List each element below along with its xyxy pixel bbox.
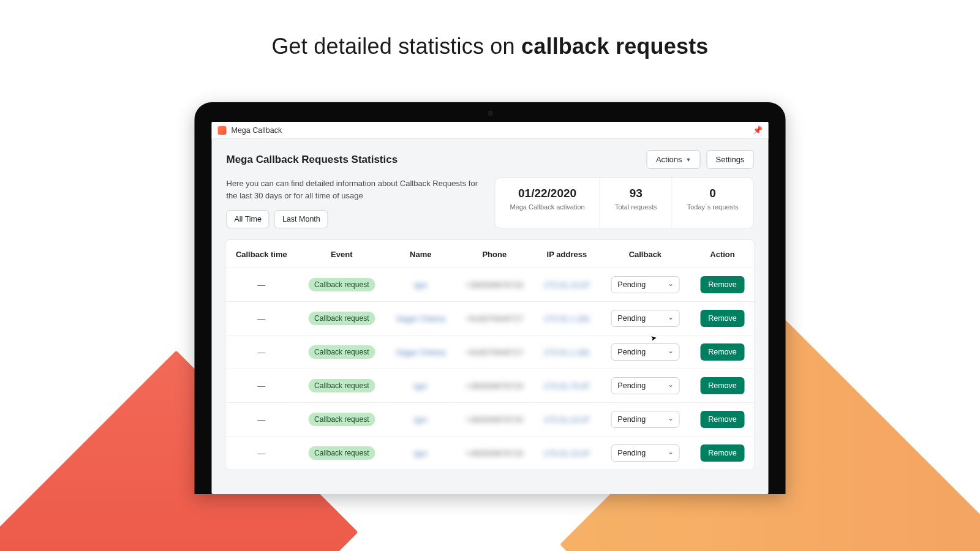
cell-action: Remove — [691, 403, 755, 437]
table-row: —Callback requestIgor+380509876720173.31… — [226, 268, 755, 302]
cell-callback: Pending — [600, 369, 690, 403]
table-row: —Callback requestSagar Chetna+9180758497… — [226, 302, 755, 335]
settings-label: Settings — [716, 155, 745, 164]
cell-name: Sagar Chetna — [386, 335, 455, 369]
cell-phone: +918075849727 — [455, 302, 533, 335]
cell-event: Callback request — [297, 302, 386, 335]
cell-name: Sagar Chetna — [386, 302, 455, 335]
cell-callback: Pending — [600, 403, 690, 437]
stat-activation-date: 01/22/2020 Mega Callback activation — [495, 178, 599, 228]
cell-action: Remove — [691, 335, 755, 369]
table-row: —Callback requestIgor+380509876720173.31… — [226, 403, 755, 437]
callback-status-select[interactable]: Pending — [611, 343, 679, 361]
camera-dot — [488, 111, 492, 116]
cell-callback: Pending — [600, 335, 690, 369]
remove-button[interactable]: Remove — [700, 411, 745, 428]
cell-name: Igor — [386, 268, 455, 302]
cell-phone: +380509876720 — [455, 268, 533, 302]
cell-event: Callback request — [297, 403, 386, 437]
cell-time: — — [226, 403, 298, 437]
cell-name: Igor — [386, 437, 455, 470]
stat-label: Mega Callback activation — [510, 203, 584, 211]
page-title: Mega Callback Requests Statistics — [227, 154, 398, 166]
cell-time: — — [226, 437, 298, 470]
actions-button[interactable]: Actions ▼ — [647, 150, 701, 169]
col-name: Name — [386, 240, 455, 268]
stat-value: 93 — [615, 187, 657, 200]
event-badge: Callback request — [308, 278, 375, 291]
laptop-mockup: Mega Callback 📌 Mega Callback Requests S… — [195, 102, 786, 494]
cell-action: Remove — [691, 268, 755, 302]
stat-label: Today`s requests — [687, 203, 739, 211]
cell-event: Callback request — [297, 268, 386, 302]
cell-phone: +380509876720 — [455, 369, 533, 403]
settings-button[interactable]: Settings — [707, 150, 754, 169]
callback-status-select[interactable]: Pending — [611, 411, 679, 428]
col-callback-time: Callback time — [226, 240, 298, 268]
col-event: Event — [297, 240, 386, 268]
cell-ip: 173.31.13.47 — [534, 268, 600, 302]
cell-time: — — [226, 335, 298, 369]
table-row: —Callback requestIgor+380509876720173.31… — [226, 437, 755, 470]
time-filter-group: All Time Last Month — [227, 210, 328, 228]
app-screen: Mega Callback 📌 Mega Callback Requests S… — [212, 122, 769, 494]
remove-button[interactable]: Remove — [700, 276, 745, 293]
cell-action: Remove — [691, 369, 755, 403]
table-row: —Callback requestIgor+380509876720173.31… — [226, 369, 755, 403]
page-description: Here you can can find detailed informati… — [227, 178, 483, 201]
page-header: Mega Callback Requests Statistics Action… — [212, 139, 769, 178]
browser-tabbar: Mega Callback 📌 — [212, 122, 769, 139]
hero-strong: callback requests — [521, 34, 709, 59]
col-ip: IP address — [534, 240, 600, 268]
cell-phone: +380509876720 — [455, 437, 533, 470]
event-badge: Callback request — [308, 413, 375, 426]
app-icon — [218, 126, 227, 135]
cell-name: Igor — [386, 369, 455, 403]
chevron-down-icon: ▼ — [686, 157, 692, 163]
hero-prefix: Get detailed statistics on — [271, 34, 521, 59]
cell-time: — — [226, 369, 298, 403]
stat-value: 0 — [687, 187, 739, 200]
cell-action: Remove — [691, 302, 755, 335]
requests-table: Callback time Event Name Phone IP addres… — [226, 240, 755, 470]
callback-status-select[interactable]: Pending — [611, 444, 679, 462]
stat-total-requests: 93 Total requests — [600, 178, 672, 228]
remove-button[interactable]: Remove — [700, 343, 745, 361]
remove-button[interactable]: Remove — [700, 444, 745, 462]
remove-button[interactable]: Remove — [700, 310, 745, 327]
cell-ip: 173.31.13.47 — [534, 437, 600, 470]
cell-phone: +918075849727 — [455, 335, 533, 369]
remove-button[interactable]: Remove — [700, 377, 745, 394]
cell-ip: 173.31.1.181 — [534, 302, 600, 335]
stats-panel: 01/22/2020 Mega Callback activation 93 T… — [494, 178, 753, 228]
filter-last-month[interactable]: Last Month — [274, 210, 328, 228]
cell-time: — — [226, 302, 298, 335]
actions-label: Actions — [656, 155, 682, 164]
cell-ip: 173.31.13.47 — [534, 403, 600, 437]
cell-event: Callback request — [297, 437, 386, 470]
stat-today-requests: 0 Today`s requests — [672, 178, 753, 228]
hero-heading: Get detailed statistics on callback requ… — [0, 0, 980, 59]
stat-label: Total requests — [615, 203, 657, 211]
col-callback: Callback — [600, 240, 690, 268]
cell-callback: Pending — [600, 268, 690, 302]
cell-callback: Pending — [600, 437, 690, 470]
cell-event: Callback request — [297, 335, 386, 369]
event-badge: Callback request — [308, 312, 375, 325]
cell-action: Remove — [691, 437, 755, 470]
cell-event: Callback request — [297, 369, 386, 403]
col-action: Action — [691, 240, 755, 268]
callback-status-select[interactable]: Pending — [611, 310, 679, 327]
cell-ip: 173.31.73.47 — [534, 369, 600, 403]
tab-title: Mega Callback — [232, 126, 282, 135]
callback-status-select[interactable]: Pending — [611, 377, 679, 394]
cell-callback: Pending — [600, 302, 690, 335]
cell-name: Igor — [386, 403, 455, 437]
requests-table-card: Callback time Event Name Phone IP addres… — [225, 239, 755, 470]
col-phone: Phone — [455, 240, 533, 268]
pin-icon[interactable]: 📌 — [753, 126, 763, 135]
cell-phone: +380509876720 — [455, 403, 533, 437]
event-badge: Callback request — [308, 345, 375, 359]
callback-status-select[interactable]: Pending — [611, 276, 679, 293]
filter-all-time[interactable]: All Time — [227, 210, 270, 228]
